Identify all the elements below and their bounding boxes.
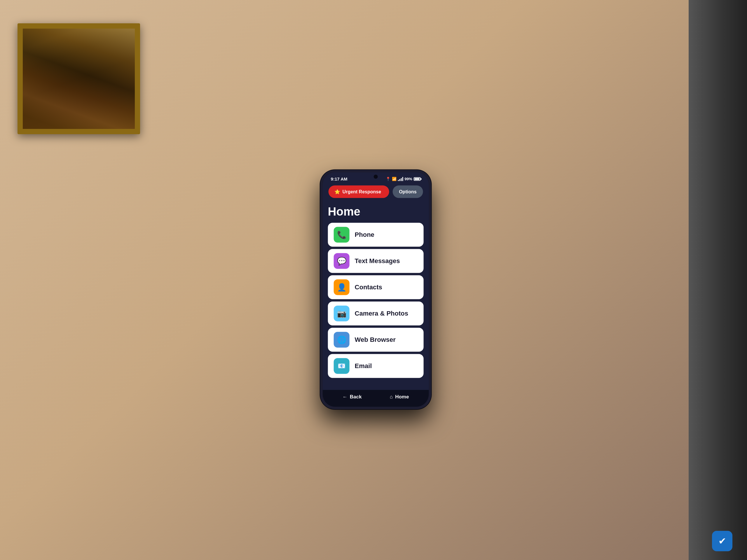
location-icon: 📍 [386,177,390,181]
status-icons: 📍 📶 99% [386,177,421,181]
menu-item-email[interactable]: 📧 Email [328,354,424,378]
camera-photos-label: Camera & Photos [355,310,408,317]
text-messages-label: Text Messages [355,257,400,265]
back-arrow-icon: ← [342,394,347,400]
phone-screen: 9:17 AM 📍 📶 99% ⭐ Urgent Response Option… [323,172,429,407]
home-button[interactable]: ⌂ Home [390,394,409,400]
phone-device: 9:17 AM 📍 📶 99% ⭐ Urgent Response Option… [320,170,431,409]
menu-item-web-browser[interactable]: 🌐 Web Browser [328,328,424,352]
email-icon: 📧 [334,358,350,374]
page-title: Home [328,205,424,218]
status-time: 9:17 AM [331,177,347,181]
wall-painting [18,23,140,134]
email-label: Email [355,362,372,370]
pillar [689,0,747,560]
contacts-label: Contacts [355,284,382,291]
wifi-icon: 📶 [392,177,396,181]
home-label: Home [395,394,409,400]
action-buttons-row: ⭐ Urgent Response Options [323,184,429,202]
menu-list: 📞 Phone 💬 Text Messages 👤 Contacts 📷 Cam… [328,223,424,378]
menu-item-camera-photos[interactable]: 📷 Camera & Photos [328,301,424,325]
web-browser-icon: 🌐 [334,332,350,348]
back-label: Back [350,394,362,400]
battery-icon [414,177,421,181]
watermark-badge: ✔ [712,531,732,551]
options-label: Options [399,189,416,194]
phone-notch [374,175,378,179]
signal-bars [398,177,403,181]
camera-icon: 📷 [334,306,350,321]
main-content: Home 📞 Phone 💬 Text Messages 👤 Contacts [323,202,429,390]
star-icon: ⭐ [334,189,340,194]
urgent-response-button[interactable]: ⭐ Urgent Response [329,186,389,198]
back-button[interactable]: ← Back [342,394,362,400]
text-messages-icon: 💬 [334,253,350,269]
urgent-response-label: Urgent Response [342,189,381,194]
options-button[interactable]: Options [392,186,423,198]
watermark-icon: ✔ [718,535,726,546]
menu-item-phone[interactable]: 📞 Phone [328,223,424,247]
web-browser-label: Web Browser [355,336,396,344]
contacts-icon: 👤 [334,279,350,295]
menu-item-contacts[interactable]: 👤 Contacts [328,275,424,299]
bottom-nav: ← Back ⌂ Home [323,390,429,407]
menu-item-text-messages[interactable]: 💬 Text Messages [328,249,424,273]
phone-icon: 📞 [334,227,350,243]
home-icon: ⌂ [390,394,393,400]
battery-percent: 99% [405,177,412,181]
phone-label: Phone [355,231,375,239]
